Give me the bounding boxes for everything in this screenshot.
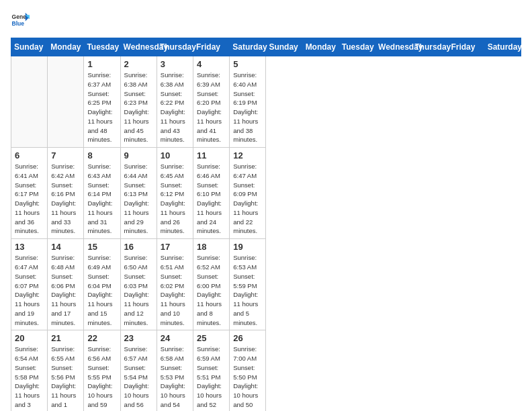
day-number: 6 (15, 150, 44, 161)
calendar-cell: 21Sunrise: 6:55 AM Sunset: 5:56 PM Dayli… (48, 330, 84, 411)
calendar-cell: 19Sunrise: 6:53 AM Sunset: 5:59 PM Dayli… (230, 239, 266, 330)
day-info: Sunrise: 6:42 AM Sunset: 6:16 PM Dayligh… (51, 162, 80, 236)
day-number: 18 (197, 242, 226, 252)
day-number: 20 (15, 333, 44, 343)
day-number: 12 (233, 150, 262, 161)
day-info: Sunrise: 7:00 AM Sunset: 5:50 PM Dayligh… (233, 345, 262, 411)
calendar-cell: 9Sunrise: 6:44 AM Sunset: 6:13 PM Daylig… (120, 148, 157, 239)
calendar-cell: 7Sunrise: 6:42 AM Sunset: 6:16 PM Daylig… (48, 148, 84, 239)
day-info: Sunrise: 6:59 AM Sunset: 5:51 PM Dayligh… (197, 345, 226, 411)
day-info: Sunrise: 6:38 AM Sunset: 6:22 PM Dayligh… (161, 71, 189, 144)
day-number: 17 (161, 242, 189, 252)
day-number: 3 (161, 59, 189, 69)
day-info: Sunrise: 6:50 AM Sunset: 6:03 PM Dayligh… (124, 253, 153, 327)
calendar-cell: 14Sunrise: 6:48 AM Sunset: 6:06 PM Dayli… (48, 239, 84, 330)
day-info: Sunrise: 6:38 AM Sunset: 6:23 PM Dayligh… (124, 71, 153, 144)
calendar-cell: 1Sunrise: 6:37 AM Sunset: 6:25 PM Daylig… (84, 56, 120, 148)
week-row-1: 1Sunrise: 6:37 AM Sunset: 6:25 PM Daylig… (11, 56, 521, 148)
day-number: 14 (51, 242, 80, 252)
day-info: Sunrise: 6:53 AM Sunset: 5:59 PM Dayligh… (233, 253, 262, 327)
day-number: 21 (51, 333, 80, 343)
day-info: Sunrise: 6:49 AM Sunset: 6:04 PM Dayligh… (87, 253, 116, 327)
calendar-cell: 13Sunrise: 6:47 AM Sunset: 6:07 PM Dayli… (11, 239, 48, 330)
day-info: Sunrise: 6:45 AM Sunset: 6:12 PM Dayligh… (161, 162, 189, 236)
logo: General Blue (11, 11, 30, 30)
day-header-saturday: Saturday (230, 38, 266, 56)
calendar-cell: 22Sunrise: 6:56 AM Sunset: 5:55 PM Dayli… (84, 330, 120, 411)
day-info: Sunrise: 6:47 AM Sunset: 6:07 PM Dayligh… (15, 253, 44, 327)
day-header-tuesday: Tuesday (84, 38, 120, 56)
calendar-cell: 26Sunrise: 7:00 AM Sunset: 5:50 PM Dayli… (230, 330, 266, 411)
day-info: Sunrise: 6:51 AM Sunset: 6:02 PM Dayligh… (161, 253, 189, 327)
day-header-wednesday: Wednesday (120, 38, 157, 56)
calendar-body: 1Sunrise: 6:37 AM Sunset: 6:25 PM Daylig… (11, 56, 521, 412)
day-number: 5 (233, 59, 262, 69)
calendar-cell: 16Sunrise: 6:50 AM Sunset: 6:03 PM Dayli… (120, 239, 157, 330)
day-number: 23 (124, 333, 153, 343)
day-number: 19 (233, 242, 262, 252)
header-row: SundayMondayTuesdayWednesdayThursdayFrid… (11, 38, 521, 56)
calendar-cell: 2Sunrise: 6:38 AM Sunset: 6:23 PM Daylig… (120, 56, 157, 148)
day-number: 13 (15, 242, 44, 252)
day-info: Sunrise: 6:44 AM Sunset: 6:13 PM Dayligh… (124, 162, 153, 236)
day-number: 10 (161, 150, 189, 161)
day-header-monday: Monday (48, 38, 84, 56)
calendar-cell: 25Sunrise: 6:59 AM Sunset: 5:51 PM Dayli… (193, 330, 230, 411)
calendar-cell: 15Sunrise: 6:49 AM Sunset: 6:04 PM Dayli… (84, 239, 120, 330)
day-header-wednesday: Wednesday (375, 38, 412, 56)
day-header-thursday: Thursday (157, 38, 193, 56)
calendar-cell: 5Sunrise: 6:40 AM Sunset: 6:19 PM Daylig… (230, 56, 266, 148)
day-number: 11 (197, 150, 226, 161)
day-info: Sunrise: 6:52 AM Sunset: 6:00 PM Dayligh… (197, 253, 226, 327)
day-header-monday: Monday (302, 38, 339, 56)
day-number: 2 (124, 59, 153, 69)
day-header-friday: Friday (193, 38, 230, 56)
calendar-cell: 4Sunrise: 6:39 AM Sunset: 6:20 PM Daylig… (193, 56, 230, 148)
day-header-saturday: Saturday (484, 38, 521, 56)
calendar-header: SundayMondayTuesdayWednesdayThursdayFrid… (11, 38, 521, 56)
calendar-cell: 10Sunrise: 6:45 AM Sunset: 6:12 PM Dayli… (157, 148, 193, 239)
day-header-sunday: Sunday (11, 38, 48, 56)
day-info: Sunrise: 6:58 AM Sunset: 5:53 PM Dayligh… (161, 345, 189, 411)
day-number: 25 (197, 333, 226, 343)
day-number: 15 (87, 242, 116, 252)
day-number: 22 (87, 333, 116, 343)
calendar-cell: 3Sunrise: 6:38 AM Sunset: 6:22 PM Daylig… (157, 56, 193, 148)
day-info: Sunrise: 6:55 AM Sunset: 5:56 PM Dayligh… (51, 345, 80, 411)
calendar-cell: 24Sunrise: 6:58 AM Sunset: 5:53 PM Dayli… (157, 330, 193, 411)
calendar-cell: 20Sunrise: 6:54 AM Sunset: 5:58 PM Dayli… (11, 330, 48, 411)
day-info: Sunrise: 6:47 AM Sunset: 6:09 PM Dayligh… (233, 162, 262, 236)
day-number: 7 (51, 150, 80, 161)
day-info: Sunrise: 6:40 AM Sunset: 6:19 PM Dayligh… (233, 71, 262, 144)
calendar-cell: 11Sunrise: 6:46 AM Sunset: 6:10 PM Dayli… (193, 148, 230, 239)
week-row-4: 20Sunrise: 6:54 AM Sunset: 5:58 PM Dayli… (11, 330, 521, 411)
svg-text:Blue: Blue (12, 20, 25, 27)
day-header-thursday: Thursday (412, 38, 448, 56)
day-info: Sunrise: 6:54 AM Sunset: 5:58 PM Dayligh… (15, 345, 44, 411)
calendar-cell: 23Sunrise: 6:57 AM Sunset: 5:54 PM Dayli… (120, 330, 157, 411)
day-header-sunday: Sunday (266, 38, 302, 56)
calendar-cell: 8Sunrise: 6:43 AM Sunset: 6:14 PM Daylig… (84, 148, 120, 239)
calendar-cell (11, 56, 48, 148)
week-row-2: 6Sunrise: 6:41 AM Sunset: 6:17 PM Daylig… (11, 148, 521, 239)
day-info: Sunrise: 6:48 AM Sunset: 6:06 PM Dayligh… (51, 253, 80, 327)
day-number: 8 (87, 150, 116, 161)
calendar-table: SundayMondayTuesdayWednesdayThursdayFrid… (11, 38, 521, 411)
day-number: 24 (161, 333, 189, 343)
week-row-3: 13Sunrise: 6:47 AM Sunset: 6:07 PM Dayli… (11, 239, 521, 330)
day-number: 16 (124, 242, 153, 252)
day-number: 9 (124, 150, 153, 161)
day-info: Sunrise: 6:46 AM Sunset: 6:10 PM Dayligh… (197, 162, 226, 236)
day-number: 4 (197, 59, 226, 69)
day-number: 1 (87, 59, 116, 69)
logo-icon: General Blue (11, 11, 30, 30)
day-header-tuesday: Tuesday (339, 38, 375, 56)
calendar-cell: 17Sunrise: 6:51 AM Sunset: 6:02 PM Dayli… (157, 239, 193, 330)
calendar-cell: 12Sunrise: 6:47 AM Sunset: 6:09 PM Dayli… (230, 148, 266, 239)
calendar-cell (48, 56, 84, 148)
day-info: Sunrise: 6:43 AM Sunset: 6:14 PM Dayligh… (87, 162, 116, 236)
day-header-friday: Friday (448, 38, 484, 56)
calendar-cell: 18Sunrise: 6:52 AM Sunset: 6:00 PM Dayli… (193, 239, 230, 330)
day-info: Sunrise: 6:39 AM Sunset: 6:20 PM Dayligh… (197, 71, 226, 144)
day-number: 26 (233, 333, 262, 343)
